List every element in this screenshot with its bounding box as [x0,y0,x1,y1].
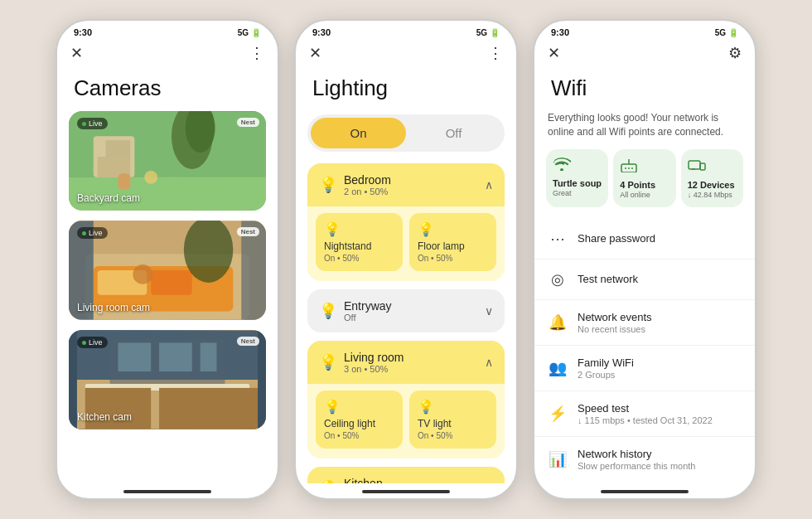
status-bar-2: 9:30 5G 🔋 [296,21,516,41]
kitchen-chevron-icon: ∧ [485,482,493,483]
family-wifi-item[interactable]: 👥 Family WiFi 2 Groups [534,346,755,391]
test-network-title: Test network [578,273,742,285]
more-icon-1[interactable]: ⋮ [249,44,264,62]
share-password-item[interactable]: ⋯ Share password [534,219,755,260]
kitchen-group-header[interactable]: 💡 Kitchen 3 on • 50% ∧ [307,467,505,483]
history-icon: 📊 [548,450,568,468]
home-indicator-1 [123,490,211,493]
tv-light-status: On • 50% [418,431,488,440]
svg-point-7 [144,171,157,184]
svg-rect-34 [689,161,700,169]
router-icon [620,158,638,177]
time-3: 9:30 [551,27,569,37]
backyard-cam-label: Backyard cam [77,192,140,204]
svg-rect-23 [69,331,77,429]
nightstand-item[interactable]: 💡 Nightstand On • 50% [316,213,403,271]
kitchen-group: 💡 Kitchen 3 on • 50% ∧ [307,467,505,483]
floor-lamp-name: Floor lamp [418,240,488,252]
living-room-sub-items: 💡 Ceiling light On • 50% 💡 TV light On •… [307,384,505,458]
toggle-on-button[interactable]: On [311,118,406,148]
ssid-sub: Great [553,189,572,197]
status-bar-3: 9:30 5G 🔋 [534,21,755,41]
phone-cameras: 9:30 5G 🔋 ✕ ⋮ Cameras Live Nest [56,19,279,500]
kitchen-cam-label: Kitchen cam [77,411,132,423]
entryway-group-info: 💡 Entryway Off [319,299,392,323]
svg-rect-21 [85,388,151,429]
status-icons-2: 5G 🔋 [476,28,500,37]
close-icon-2[interactable]: ✕ [309,44,321,62]
time-2: 9:30 [312,27,331,37]
network-history-title: Network history [578,448,742,460]
living-room-group: 💡 Living room 3 on • 50% ∧ 💡 Ceiling lig… [307,341,505,458]
wifi-devices-card[interactable]: 12 Devices ↓ 42.84 Mbps [681,149,743,207]
wifi-ssid-card[interactable]: Turtle soup Great [546,149,608,207]
battery-icon-2: 🔋 [490,28,500,37]
network-history-item[interactable]: 📊 Network history Slow performance this … [534,437,755,482]
entryway-group: 💡 Entryway Off ∨ [307,289,505,332]
tv-light-item[interactable]: 💡 TV light On • 50% [409,390,496,449]
wifi-points-card[interactable]: 4 Points All online [613,149,675,207]
battery-icon-1: 🔋 [251,28,261,37]
bedroom-chevron-icon: ∧ [485,178,493,192]
status-bar-1: 9:30 5G 🔋 [57,21,278,41]
live-dot-2 [82,231,86,235]
living-room-group-status: 3 on • 50% [344,364,404,374]
nightstand-icon: 💡 [324,221,394,237]
toggle-off-button[interactable]: Off [406,118,501,148]
svg-rect-27 [159,342,192,371]
ceiling-light-item[interactable]: 💡 Ceiling light On • 50% [316,390,403,449]
floor-lamp-status: On • 50% [418,254,488,263]
phone-wifi: 9:30 5G 🔋 ✕ ⚙ Wifi Everything looks good… [533,19,756,500]
wifi-status-cards: Turtle soup Great 4 Points All online 12… [546,149,743,207]
more-icon-2[interactable]: ⋮ [488,44,503,62]
svg-rect-24 [258,331,266,429]
network-events-item[interactable]: 🔔 Network events No recent issues [534,300,755,346]
battery-icon-3: 🔋 [728,28,738,37]
test-network-item[interactable]: ◎ Test network [534,260,755,300]
living-room-group-name: Living room [344,351,404,364]
time-1: 9:30 [74,27,92,37]
nest-badge-living: Nest [237,227,259,236]
nest-badge-kitchen: Nest [237,337,259,346]
close-icon-3[interactable]: ✕ [548,44,560,62]
tv-light-icon: 💡 [418,399,488,415]
living-room-cam-card[interactable]: Live Nest Living room cam [69,221,266,320]
living-room-group-header[interactable]: 💡 Living room 3 on • 50% ∧ [307,341,505,384]
status-icons-3: 5G 🔋 [715,28,738,37]
bedroom-group-status: 2 on • 50% [344,187,391,196]
live-badge-backyard: Live [77,118,108,129]
speed-test-title: Speed test [578,402,742,415]
floor-lamp-item[interactable]: 💡 Floor lamp On • 50% [409,213,496,271]
svg-rect-30 [625,167,626,169]
entryway-group-header[interactable]: 💡 Entryway Off ∨ [307,289,505,332]
living-room-group-info: 💡 Living room 3 on • 50% [319,351,404,374]
status-icons-1: 5G 🔋 [238,28,261,37]
family-wifi-title: Family WiFi [578,357,742,369]
bedroom-icon: 💡 [319,176,337,194]
cameras-title: Cameras [57,69,278,111]
settings-icon[interactable]: ⚙ [728,44,742,62]
kitchen-cam-card[interactable]: Live Nest Kitchen cam [69,330,266,429]
family-icon: 👥 [548,359,568,377]
top-bar-1: ✕ ⋮ [57,41,278,69]
signal-1: 5G [238,28,249,37]
living-room-icon: 💡 [319,353,337,371]
svg-rect-4 [106,140,131,157]
entryway-group-status: Off [344,313,392,323]
svg-point-14 [133,264,152,284]
entryway-group-name: Entryway [344,299,392,313]
entryway-icon: 💡 [319,302,337,320]
share-password-title: Share password [578,232,742,245]
network-history-sub: Slow performance this month [578,461,742,471]
svg-rect-8 [118,173,131,190]
speed-test-item[interactable]: ⚡ Speed test ↓ 115 mbps • tested Oct 31,… [534,391,755,437]
on-off-toggle: On Off [307,114,505,152]
signal-2: 5G [476,28,487,37]
bedroom-group-header[interactable]: 💡 Bedroom 2 on • 50% ∧ [307,163,505,206]
svg-rect-32 [631,167,633,169]
devices-label: 12 Devices [688,180,735,190]
backyard-cam-card[interactable]: Live Nest Backyard cam [69,111,266,211]
family-wifi-sub: 2 Groups [578,370,742,380]
live-badge-living: Live [77,227,108,239]
close-icon-1[interactable]: ✕ [70,44,83,62]
